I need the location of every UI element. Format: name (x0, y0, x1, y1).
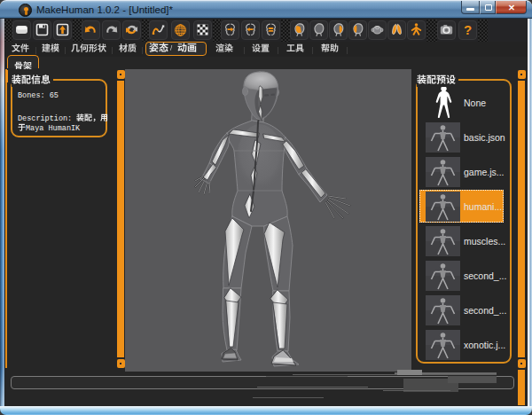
svg-text:?: ? (464, 22, 472, 37)
